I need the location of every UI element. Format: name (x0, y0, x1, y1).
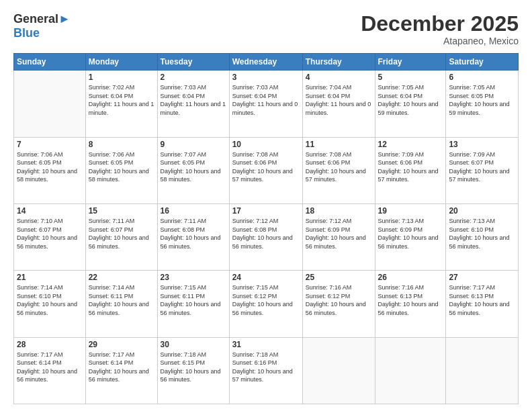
table-row: 11Sunrise: 7:08 AMSunset: 6:06 PMDayligh… (302, 137, 375, 203)
day-info: Sunrise: 7:15 AMSunset: 6:11 PMDaylight:… (161, 284, 221, 316)
logo: General► Blue (13, 12, 71, 40)
col-thursday: Thursday (302, 54, 375, 71)
calendar-week-row: 14Sunrise: 7:10 AMSunset: 6:07 PMDayligh… (14, 203, 519, 270)
table-row: 26Sunrise: 7:16 AMSunset: 6:13 PMDayligh… (375, 271, 446, 337)
day-number: 18 (306, 206, 372, 216)
day-number: 1 (89, 73, 154, 82)
day-number: 16 (161, 206, 226, 216)
day-number: 25 (306, 273, 372, 282)
day-info: Sunrise: 7:06 AMSunset: 6:05 PMDaylight:… (17, 151, 77, 183)
day-number: 22 (89, 273, 154, 282)
calendar-header-row: Sunday Monday Tuesday Wednesday Thursday… (14, 54, 519, 71)
calendar-table: Sunday Monday Tuesday Wednesday Thursday… (13, 53, 519, 404)
day-number: 23 (161, 273, 226, 282)
day-info: Sunrise: 7:02 AMSunset: 6:04 PMDaylight:… (89, 84, 154, 116)
day-number: 24 (232, 273, 300, 282)
col-wednesday: Wednesday (229, 54, 302, 71)
day-info: Sunrise: 7:06 AMSunset: 6:05 PMDaylight:… (89, 151, 149, 183)
table-row (375, 337, 446, 404)
day-number: 17 (232, 206, 300, 216)
day-info: Sunrise: 7:04 AMSunset: 6:04 PMDaylight:… (306, 84, 371, 116)
day-number: 7 (17, 140, 83, 149)
table-row: 2Sunrise: 7:03 AMSunset: 6:04 PMDaylight… (157, 71, 229, 137)
calendar-week-row: 7Sunrise: 7:06 AMSunset: 6:05 PMDaylight… (14, 137, 519, 203)
day-info: Sunrise: 7:13 AMSunset: 6:10 PMDaylight:… (449, 218, 509, 250)
table-row: 9Sunrise: 7:07 AMSunset: 6:05 PMDaylight… (157, 137, 229, 203)
table-row: 5Sunrise: 7:05 AMSunset: 6:04 PMDaylight… (375, 71, 446, 137)
table-row: 22Sunrise: 7:14 AMSunset: 6:11 PMDayligh… (85, 271, 157, 337)
table-row: 14Sunrise: 7:10 AMSunset: 6:07 PMDayligh… (14, 203, 86, 270)
table-row: 27Sunrise: 7:17 AMSunset: 6:13 PMDayligh… (446, 271, 519, 337)
day-info: Sunrise: 7:08 AMSunset: 6:06 PMDaylight:… (232, 151, 293, 183)
day-number: 5 (378, 73, 443, 82)
day-number: 12 (378, 140, 443, 149)
table-row: 20Sunrise: 7:13 AMSunset: 6:10 PMDayligh… (446, 203, 519, 270)
calendar-week-row: 1Sunrise: 7:02 AMSunset: 6:04 PMDaylight… (14, 71, 519, 137)
table-row: 17Sunrise: 7:12 AMSunset: 6:08 PMDayligh… (229, 203, 302, 270)
day-info: Sunrise: 7:11 AMSunset: 6:08 PMDaylight:… (161, 218, 221, 250)
col-monday: Monday (85, 54, 157, 71)
day-info: Sunrise: 7:13 AMSunset: 6:09 PMDaylight:… (378, 218, 439, 250)
calendar-week-row: 28Sunrise: 7:17 AMSunset: 6:14 PMDayligh… (14, 337, 519, 404)
col-tuesday: Tuesday (157, 54, 229, 71)
day-number: 14 (17, 206, 83, 216)
day-number: 6 (449, 73, 515, 82)
table-row: 12Sunrise: 7:09 AMSunset: 6:06 PMDayligh… (375, 137, 446, 203)
day-number: 9 (161, 140, 226, 149)
col-friday: Friday (375, 54, 446, 71)
table-row: 10Sunrise: 7:08 AMSunset: 6:06 PMDayligh… (229, 137, 302, 203)
table-row (14, 71, 86, 137)
day-info: Sunrise: 7:17 AMSunset: 6:14 PMDaylight:… (89, 351, 149, 383)
day-info: Sunrise: 7:16 AMSunset: 6:13 PMDaylight:… (378, 284, 439, 316)
table-row: 15Sunrise: 7:11 AMSunset: 6:07 PMDayligh… (85, 203, 157, 270)
day-info: Sunrise: 7:05 AMSunset: 6:05 PMDaylight:… (449, 84, 509, 116)
day-info: Sunrise: 7:14 AMSunset: 6:11 PMDaylight:… (89, 284, 149, 316)
table-row: 28Sunrise: 7:17 AMSunset: 6:14 PMDayligh… (14, 337, 86, 404)
day-number: 30 (161, 340, 226, 349)
day-info: Sunrise: 7:11 AMSunset: 6:07 PMDaylight:… (89, 218, 149, 250)
day-number: 2 (161, 73, 226, 82)
day-number: 15 (89, 206, 154, 216)
table-row: 7Sunrise: 7:06 AMSunset: 6:05 PMDaylight… (14, 137, 86, 203)
table-row: 4Sunrise: 7:04 AMSunset: 6:04 PMDaylight… (302, 71, 375, 137)
day-number: 31 (232, 340, 300, 349)
table-row: 21Sunrise: 7:14 AMSunset: 6:10 PMDayligh… (14, 271, 86, 337)
day-info: Sunrise: 7:05 AMSunset: 6:04 PMDaylight:… (378, 84, 439, 116)
day-info: Sunrise: 7:16 AMSunset: 6:12 PMDaylight:… (306, 284, 366, 316)
table-row: 24Sunrise: 7:15 AMSunset: 6:12 PMDayligh… (229, 271, 302, 337)
logo-text: General► Blue (13, 12, 71, 40)
title-block: December 2025 Atapaneo, Mexico (361, 12, 519, 46)
table-row: 16Sunrise: 7:11 AMSunset: 6:08 PMDayligh… (157, 203, 229, 270)
day-number: 21 (17, 273, 83, 282)
table-row: 25Sunrise: 7:16 AMSunset: 6:12 PMDayligh… (302, 271, 375, 337)
day-number: 20 (449, 206, 515, 216)
table-row: 29Sunrise: 7:17 AMSunset: 6:14 PMDayligh… (85, 337, 157, 404)
day-info: Sunrise: 7:12 AMSunset: 6:09 PMDaylight:… (306, 218, 366, 250)
day-number: 3 (232, 73, 300, 82)
month-title: December 2025 (361, 12, 519, 36)
table-row: 13Sunrise: 7:09 AMSunset: 6:07 PMDayligh… (446, 137, 519, 203)
day-info: Sunrise: 7:12 AMSunset: 6:08 PMDaylight:… (232, 218, 293, 250)
day-number: 29 (89, 340, 154, 349)
day-number: 10 (232, 140, 300, 149)
table-row: 3Sunrise: 7:03 AMSunset: 6:04 PMDaylight… (229, 71, 302, 137)
day-info: Sunrise: 7:03 AMSunset: 6:04 PMDaylight:… (232, 84, 298, 116)
day-number: 28 (17, 340, 83, 349)
table-row: 31Sunrise: 7:18 AMSunset: 6:16 PMDayligh… (229, 337, 302, 404)
logo-blue: Blue (13, 26, 71, 40)
day-info: Sunrise: 7:15 AMSunset: 6:12 PMDaylight:… (232, 284, 293, 316)
header: General► Blue December 2025 Atapaneo, Me… (13, 12, 519, 46)
table-row: 30Sunrise: 7:18 AMSunset: 6:15 PMDayligh… (157, 337, 229, 404)
table-row (446, 337, 519, 404)
table-row: 23Sunrise: 7:15 AMSunset: 6:11 PMDayligh… (157, 271, 229, 337)
day-number: 26 (378, 273, 443, 282)
day-info: Sunrise: 7:17 AMSunset: 6:14 PMDaylight:… (17, 351, 77, 383)
location: Atapaneo, Mexico (361, 36, 519, 46)
day-number: 11 (306, 140, 372, 149)
day-info: Sunrise: 7:18 AMSunset: 6:16 PMDaylight:… (232, 351, 293, 383)
table-row (302, 337, 375, 404)
day-info: Sunrise: 7:14 AMSunset: 6:10 PMDaylight:… (17, 284, 77, 316)
table-row: 19Sunrise: 7:13 AMSunset: 6:09 PMDayligh… (375, 203, 446, 270)
table-row: 8Sunrise: 7:06 AMSunset: 6:05 PMDaylight… (85, 137, 157, 203)
day-info: Sunrise: 7:17 AMSunset: 6:13 PMDaylight:… (449, 284, 509, 316)
